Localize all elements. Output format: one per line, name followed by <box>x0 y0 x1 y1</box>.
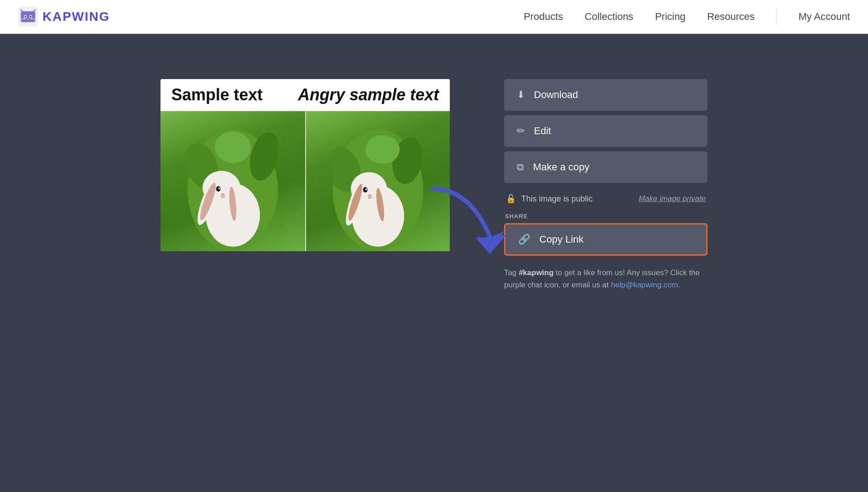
svg-marker-39 <box>476 235 506 254</box>
svg-point-25 <box>221 193 225 196</box>
svg-point-37 <box>365 188 367 190</box>
bunny-image-right <box>305 111 450 251</box>
public-status-left: 🔓 This image is public <box>506 194 593 204</box>
svg-point-29 <box>365 135 400 164</box>
main-content: Sample text Angry sample text <box>0 34 868 336</box>
download-label: Download <box>534 89 578 101</box>
download-icon: ⬇ <box>517 89 525 101</box>
svg-rect-1 <box>21 11 35 22</box>
edit-icon: ✏ <box>517 125 525 137</box>
promo-email[interactable]: help@kapwing.com <box>611 281 678 289</box>
promo-text: Tag #kapwing to get a like from us! Any … <box>504 267 708 291</box>
download-button[interactable]: ⬇ Download <box>504 79 708 111</box>
bunny-svg-left <box>188 129 278 251</box>
make-copy-label: Make a copy <box>533 161 590 173</box>
main-nav: Products Collections Pricing Resources M… <box>524 9 850 25</box>
nav-divider <box>776 9 777 25</box>
svg-point-9 <box>30 16 32 18</box>
public-status-text: This image is public <box>521 194 593 204</box>
preview-container: Sample text Angry sample text <box>160 79 450 251</box>
copy-link-button[interactable]: 🔗 Copy Link <box>504 223 708 256</box>
logo-icon <box>18 7 38 27</box>
link-icon: 🔗 <box>518 234 530 245</box>
promo-hashtag: #kapwing <box>519 268 553 277</box>
svg-point-16 <box>215 131 251 163</box>
copy-link-label: Copy Link <box>539 234 584 245</box>
make-copy-button[interactable]: ⧉ Make a copy <box>504 151 708 183</box>
promo-text-after: . <box>678 281 680 289</box>
right-panel: ⬇ Download ✏ Edit ⧉ Make a copy 🔓 This i… <box>504 79 708 291</box>
share-label: SHARE <box>504 213 708 220</box>
nav-resources[interactable]: Resources <box>707 11 755 23</box>
meme-images <box>160 111 450 251</box>
logo-text: KAPWING <box>42 9 110 24</box>
nav-collections[interactable]: Collections <box>585 11 633 23</box>
nav-my-account[interactable]: My Account <box>798 11 850 23</box>
header: KAPWING Products Collections Pricing Res… <box>0 0 868 34</box>
nav-pricing[interactable]: Pricing <box>655 11 685 23</box>
meme-text-row: Sample text Angry sample text <box>160 79 450 111</box>
edit-label: Edit <box>534 125 551 137</box>
meme-text-right: Angry sample text <box>298 85 439 104</box>
svg-point-24 <box>218 187 220 189</box>
nav-products[interactable]: Products <box>524 11 563 23</box>
svg-point-8 <box>25 16 26 18</box>
bunny-svg-right <box>333 129 423 251</box>
promo-text-before: Tag <box>504 268 519 277</box>
svg-point-38 <box>368 194 372 197</box>
lock-icon: 🔓 <box>506 194 516 204</box>
meme-card: Sample text Angry sample text <box>160 79 450 251</box>
edit-button[interactable]: ✏ Edit <box>504 115 708 147</box>
logo-area[interactable]: KAPWING <box>18 7 110 27</box>
make-private-link[interactable]: Make image private <box>639 194 706 203</box>
bunny-image-left <box>160 111 305 251</box>
meme-text-left: Sample text <box>171 85 263 104</box>
public-status-row: 🔓 This image is public Make image privat… <box>504 187 708 210</box>
copy-icon: ⧉ <box>517 161 524 173</box>
